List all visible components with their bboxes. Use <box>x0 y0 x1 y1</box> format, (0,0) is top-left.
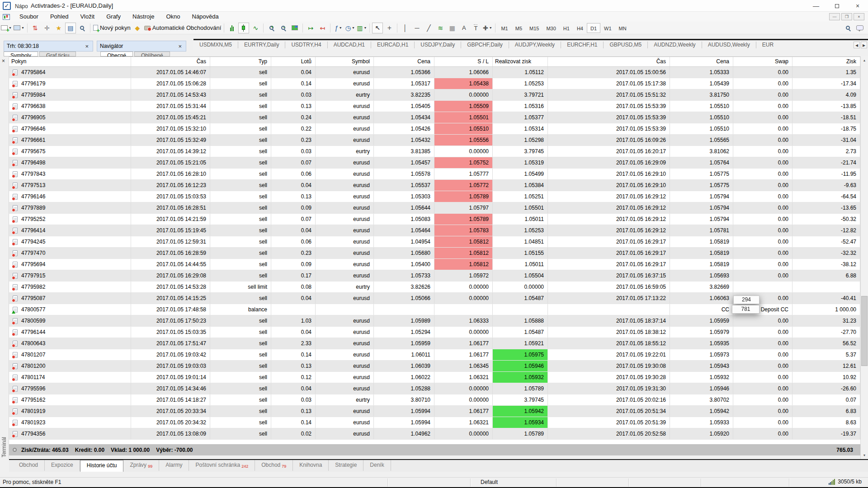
chart-tab-gbpusd[interactable]: GBPUSD,M5 <box>604 42 648 48</box>
autotrading-button[interactable]: Automatické Obchodování <box>144 23 222 33</box>
column-header-close-cena[interactable]: Cena <box>670 57 733 66</box>
scroll-up-icon[interactable]: ▲ <box>861 56 868 64</box>
chart-tab-audjpy[interactable]: AUDJPY,Weekly <box>509 42 561 48</box>
chart-tab-eurchf[interactable]: EURCHF,H1 <box>561 42 604 48</box>
table-row[interactable]: 478006432017.01.05 17:51:47sell2.33eurus… <box>9 338 860 349</box>
indicators-button[interactable]: ƒ▼ <box>333 23 344 33</box>
table-row[interactable]: 477966382017.01.05 15:31:44sell0.13eurus… <box>9 101 860 112</box>
tab-symboly[interactable]: Symboly <box>4 52 38 56</box>
timeframe-m1[interactable]: M1 <box>497 23 511 33</box>
market-watch-button[interactable]: ⇅ <box>30 23 41 33</box>
chart-tab-eurtry[interactable]: EURTRY,Daily <box>238 42 285 48</box>
close-button[interactable]: × <box>847 0 868 12</box>
tile-windows-button[interactable] <box>289 23 300 33</box>
table-row[interactable]: 477978892017.01.05 16:28:51sell0.09eurus… <box>9 202 860 214</box>
tab-obecne[interactable]: Obecné <box>100 52 133 56</box>
mdi-restore-button[interactable]: ❐ <box>841 13 852 20</box>
candlestick-button[interactable] <box>238 23 249 33</box>
table-row[interactable]: 477961792017.01.05 15:06:28sell0.14eurus… <box>9 78 860 89</box>
metaeditor-button[interactable]: ◆ <box>132 23 143 33</box>
search-icon[interactable] <box>846 26 850 30</box>
chart-tab-scroll-left-icon[interactable]: ◀ <box>854 42 860 48</box>
terminal-tab-alarmy[interactable]: Alarmy <box>159 460 189 471</box>
table-row[interactable]: 477955962017.01.05 14:34:46sell0.04eurus… <box>9 383 860 394</box>
table-row[interactable]: 477975132017.01.05 16:12:23sell0.04eurus… <box>9 180 860 191</box>
text-button[interactable]: A <box>458 23 469 33</box>
table-row[interactable]: 478011742017.01.05 19:01:14sell0.12eurus… <box>9 372 860 383</box>
terminal-tab-strategie[interactable]: Strategie <box>329 460 363 471</box>
table-row[interactable]: 478012072017.01.05 19:03:42sell0.14eurus… <box>9 349 860 361</box>
navigator-header[interactable]: Navigátor × <box>97 41 186 52</box>
periods-button[interactable]: ◷▼ <box>344 23 355 33</box>
timeframe-h4[interactable]: H4 <box>573 23 587 33</box>
terminal-close-icon[interactable]: × <box>2 58 5 64</box>
community-chat-icon[interactable] <box>856 25 863 30</box>
navigator-button[interactable]: ★ <box>53 23 64 33</box>
table-row[interactable]: 477952522017.01.05 14:21:59sell0.07eurus… <box>9 214 860 225</box>
fibonacci-button[interactable]: ≋ <box>435 23 446 33</box>
mdi-minimize-button[interactable]: — <box>829 13 840 20</box>
text-label-button[interactable]: T <box>470 23 481 33</box>
chart-tab-usdmxn[interactable]: USDMXN,M5 <box>193 42 238 48</box>
column-header-lotu[interactable]: Lotů <box>271 57 316 66</box>
table-row[interactable]: 478019192017.01.05 20:33:34sell0.13eurus… <box>9 406 860 417</box>
table-row[interactable]: 477964982017.01.05 15:21:05sell0.07eurus… <box>9 157 860 169</box>
table-row[interactable]: 478012002017.01.05 19:03:03sell0.13eurus… <box>9 361 860 372</box>
chart-tab-scroll-right-icon[interactable]: ▶ <box>861 42 867 48</box>
status-profile[interactable]: Default <box>481 479 498 485</box>
new-chart-button[interactable]: +▼ <box>0 23 12 33</box>
column-header-realizovat-zisk[interactable]: Realizovat zisk <box>493 57 548 66</box>
chart-tab-usdtry[interactable]: USDTRY,H4 <box>285 42 327 48</box>
table-row[interactable]: 477979152017.01.05 16:29:08sell0.17eurus… <box>9 270 860 282</box>
terminal-tab-expozice[interactable]: Expozice <box>45 460 80 471</box>
vertical-line-button[interactable]: │ <box>400 23 410 33</box>
table-row[interactable]: 477966462017.01.05 15:32:10sell0.22eurus… <box>9 123 860 135</box>
chart-shift-button[interactable]: ↤ <box>317 23 328 33</box>
terminal-tab-historie-tu[interactable]: Historie účtu <box>80 460 124 472</box>
timeframe-mn[interactable]: MN <box>615 23 630 33</box>
table-row[interactable]: 477956752017.01.05 14:39:12sell0.03eurtr… <box>9 146 860 157</box>
table-row[interactable]: 478005992017.01.05 17:50:23sell1.03eurus… <box>9 315 860 327</box>
shapes-button[interactable]: ✚▼ <box>482 23 493 33</box>
column-header-sl[interactable]: S / L <box>434 57 493 66</box>
chart-tab-audcad[interactable]: AUDCAD,H1 <box>328 42 371 48</box>
navigator-close-icon[interactable]: × <box>177 43 183 50</box>
terminal-tab-den-k[interactable]: Deník <box>363 460 391 471</box>
chart-tab-eur[interactable]: EUR <box>756 42 779 48</box>
terminal-tab-knihovna[interactable]: Knihovna <box>293 460 329 471</box>
table-row[interactable]: 477951622017.01.05 14:18:27sell0.03eurtr… <box>9 394 860 406</box>
column-header-typ[interactable]: Typ <box>210 57 271 66</box>
zoom-in-button[interactable]: + <box>266 23 277 33</box>
menu-item-grafy[interactable]: Grafy <box>100 12 127 22</box>
cursor-button[interactable]: ↖ <box>372 23 383 33</box>
table-row[interactable]: 477969052017.01.05 15:45:21sell0.24eurus… <box>9 112 860 123</box>
menu-item-okno[interactable]: Okno <box>160 12 186 22</box>
table-row[interactable]: 477943562017.01.05 13:08:09sell0.02eurus… <box>9 428 860 440</box>
strategy-tester-button[interactable] <box>77 23 88 33</box>
column-header-zisk[interactable]: Zisk <box>793 57 860 66</box>
timeframe-d1[interactable]: D1 <box>587 23 600 33</box>
table-row[interactable]: 477959822017.01.05 14:53:28sell limit0.0… <box>9 282 860 293</box>
table-row[interactable]: 477956942017.01.05 14:44:55sell0.09eurus… <box>9 259 860 270</box>
table-row[interactable]: 477978432017.01.05 16:28:10sell0.06eurus… <box>9 169 860 180</box>
vertical-scrollbar[interactable]: ▲ ▼ <box>860 56 868 459</box>
column-header-pokyn[interactable]: Pokyn <box>9 57 131 66</box>
column-header-close-time[interactable]: Čas <box>548 57 670 66</box>
terminal-button[interactable]: ▤ <box>65 23 76 33</box>
menu-item-soubor[interactable]: Soubor <box>14 12 44 22</box>
chart-tab-gbpchf[interactable]: GBPCHF,Daily <box>461 42 509 48</box>
market-watch-header[interactable]: Trh: 08:30:18 × <box>4 41 93 52</box>
table-row[interactable]: 477958642017.01.05 14:46:07sell0.04eurus… <box>9 67 860 78</box>
auto-scroll-button[interactable]: ↦ <box>305 23 316 33</box>
column-header-open-time[interactable]: Čas <box>131 57 210 66</box>
terminal-vertical-label[interactable]: Terminál <box>1 437 7 457</box>
timeframe-m30[interactable]: M30 <box>542 23 559 33</box>
horizontal-line-button[interactable]: ─ <box>411 23 422 33</box>
zoom-out-button[interactable]: − <box>278 23 288 33</box>
chart-tab-eurcad[interactable]: EURCAD,H1 <box>371 42 415 48</box>
channel-button[interactable]: ▦ <box>447 23 458 33</box>
data-window-button[interactable]: ✛ <box>42 23 52 33</box>
crosshair-button[interactable]: + <box>384 23 395 33</box>
table-row[interactable]: 478019232017.01.05 20:34:32sell0.14eurus… <box>9 417 860 428</box>
terminal-tab-obchod[interactable]: Obchod <box>13 460 45 471</box>
